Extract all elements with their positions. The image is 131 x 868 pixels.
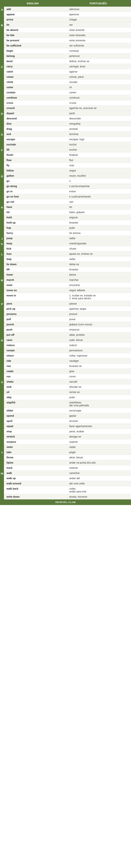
- cell-english: walk back: [4, 486, 68, 494]
- cell-english: walk: [4, 470, 68, 475]
- cell-portuguese: encontrar: [68, 283, 131, 288]
- cell-portuguese: terminar: [68, 132, 131, 136]
- cell-portuguese: reunir, recolher: [68, 173, 131, 178]
- section-k: Kkeepmanter/guardarkickchutar: [0, 241, 131, 251]
- cell-portuguese: entrar: [68, 189, 131, 194]
- section-e: Eendterminarescapeescapar, fugirexcludee…: [0, 132, 131, 147]
- cell-english: return: [4, 353, 68, 358]
- table-row: tiptoeandar na ponta dos pés: [4, 460, 131, 465]
- cell-english: hold up: [4, 220, 68, 225]
- table-row: punchgolpear (com socos): [4, 322, 131, 327]
- letter-c: C: [0, 64, 4, 111]
- cell-portuguese: ser: [68, 22, 131, 27]
- cell-english: move on: [4, 288, 68, 293]
- cell-english: sink: [4, 384, 68, 390]
- table-row: hoppular: [4, 225, 131, 230]
- table-row: marchmarchar: [4, 277, 131, 283]
- table-row: lowerbaixar: [4, 272, 131, 277]
- table-row: slap/hitesbofetear, dar uma palmada: [4, 400, 131, 408]
- letter-s: S: [0, 379, 4, 450]
- table-row: go on footir a pé/caminhando: [4, 194, 131, 199]
- cell-portuguese: ser suficiente: [68, 43, 131, 48]
- table-row: crosscruzar: [4, 100, 131, 105]
- cell-portuguese: atirar, lançar: [68, 455, 131, 460]
- cell-portuguese: mergulhar: [68, 121, 131, 126]
- cell-portuguese: arruinar: [68, 418, 131, 424]
- section-r: Rraisesubir, elevarreducereduzirremainpe…: [0, 338, 131, 379]
- table-row: departpartir: [4, 111, 131, 116]
- cell-english: contain: [4, 90, 68, 95]
- table-row: slidetescorregar: [4, 408, 131, 413]
- table-row: crouchagachar-se, acocorar-se: [4, 105, 131, 111]
- rows-e: endterminarescapeescapar, fugirexcludeex…: [4, 132, 131, 147]
- table-row: belongpertencer: [4, 54, 131, 59]
- cell-portuguese: pegar: [68, 450, 131, 455]
- cell-portuguese: gastar: [68, 413, 131, 418]
- cell-english: be: [4, 22, 68, 27]
- table-row: flowfluir: [4, 158, 131, 163]
- cell-english: kick: [4, 246, 68, 251]
- cell-english: leap: [4, 256, 68, 261]
- table-row: spendgastar: [4, 413, 131, 418]
- rows-b: beserbe absentestar ausentebe lateestar …: [4, 22, 131, 64]
- rows-w: walkcaminharwalk upandar atéwalk aroundd…: [4, 470, 131, 499]
- table-row: containconter: [4, 90, 131, 95]
- table-row: write downanotar, escrever: [4, 494, 131, 499]
- cell-english: slidet: [4, 408, 68, 413]
- cell-english: end: [4, 132, 68, 136]
- table-row: flyvoar: [4, 163, 131, 168]
- cell-portuguese: escorregar: [68, 408, 131, 413]
- cell-english: meet: [4, 283, 68, 288]
- footer-label: INCRIVEL.CLUB: [55, 501, 76, 503]
- table-row: dragarrastar: [4, 126, 131, 132]
- cell-portuguese: deitar-se: [68, 262, 131, 267]
- cell-portuguese: golpear (com socos): [68, 322, 131, 327]
- cell-english: lie down: [4, 262, 68, 267]
- cell-english: jump: [4, 236, 68, 241]
- table-row: rotategirar: [4, 369, 131, 374]
- section-g: Ggatherreunir, recolhergoirgo alongir po…: [0, 173, 131, 205]
- cell-english: continue: [4, 95, 68, 100]
- table-row: be sufficientser suficiente: [4, 43, 131, 48]
- letter-w: W: [0, 470, 4, 499]
- header-portuguese: PORTUGUÊS: [66, 2, 131, 5]
- table-row: walk upandar até: [4, 476, 131, 481]
- cell-english: push: [4, 327, 68, 332]
- cell-portuguese: correr: [68, 374, 131, 379]
- cell-english: surpass: [4, 439, 68, 444]
- cell-portuguese: cruzar: [68, 100, 131, 105]
- cell-portuguese: partir: [68, 111, 131, 116]
- cell-english: go: [4, 179, 68, 184]
- table-row: continuecontinuar: [4, 95, 131, 100]
- cell-portuguese: cessar, parar: [68, 74, 131, 79]
- cell-portuguese: começar: [68, 48, 131, 53]
- cell-portuguese: vir: [68, 85, 131, 90]
- rows-a: addadicionarappearaparecerarrivechegar: [4, 7, 131, 22]
- cell-portuguese: ter pressa: [68, 230, 131, 236]
- cell-english: move in: [4, 293, 68, 301]
- cell-english: hit: [4, 210, 68, 215]
- rows-g: gatherreunir, recolhergoirgo alongir por…: [4, 173, 131, 205]
- cell-english: put off: [4, 332, 68, 337]
- letter-l: L: [0, 251, 4, 277]
- table-row: addadicionar: [4, 7, 131, 12]
- cell-english: descend: [4, 116, 68, 121]
- table-row: stretchalongar-se: [4, 434, 131, 439]
- cell-english: follow: [4, 168, 68, 173]
- section-t: Ttakepegarthrowatirar, lançartiptoeandar…: [0, 450, 131, 470]
- cell-portuguese: voltar, regressar: [68, 353, 131, 358]
- cell-portuguese: carregar, levar: [68, 64, 131, 69]
- cell-english: exclude: [4, 142, 68, 147]
- cell-english: catch: [4, 69, 68, 74]
- cell-portuguese: dobrar, inclinar-se: [68, 59, 131, 64]
- cell-english: lower: [4, 272, 68, 277]
- table-row: move in1. mudar-se, instalar-se 2. levar…: [4, 293, 131, 301]
- cell-english: climb: [4, 80, 68, 85]
- rows-r: raisesubir, elevarreducereduzirremainper…: [4, 338, 131, 379]
- cell-portuguese: baixar: [68, 272, 131, 277]
- rows-m: marchmarcharmeetencontrarmove onseguir a…: [4, 277, 131, 301]
- cell-portuguese: levantar: [68, 220, 131, 225]
- section-p: Ppasspassarpick upapanhar, pegarpossessp…: [0, 301, 131, 338]
- cell-english: punch: [4, 322, 68, 327]
- letter-e: E: [0, 132, 4, 147]
